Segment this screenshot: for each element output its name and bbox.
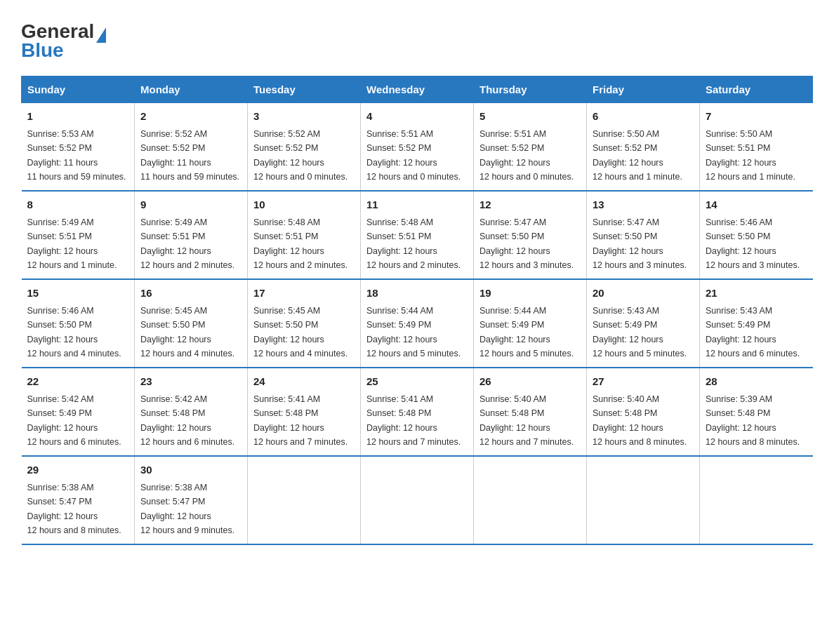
weekday-header-monday: Monday xyxy=(135,76,248,102)
calendar-week-row: 22 Sunrise: 5:42 AMSunset: 5:49 PMDaylig… xyxy=(22,368,813,456)
day-info: Sunrise: 5:46 AMSunset: 5:50 PMDaylight:… xyxy=(706,217,800,270)
calendar-day-cell: 22 Sunrise: 5:42 AMSunset: 5:49 PMDaylig… xyxy=(22,368,135,456)
calendar-day-cell xyxy=(587,456,700,544)
calendar-day-cell: 13 Sunrise: 5:47 AMSunset: 5:50 PMDaylig… xyxy=(587,191,700,279)
calendar-day-cell: 23 Sunrise: 5:42 AMSunset: 5:48 PMDaylig… xyxy=(135,368,248,456)
day-number: 14 xyxy=(706,197,807,213)
weekday-header-thursday: Thursday xyxy=(474,76,587,102)
day-number: 21 xyxy=(706,286,807,302)
day-info: Sunrise: 5:45 AMSunset: 5:50 PMDaylight:… xyxy=(253,306,348,358)
day-number: 26 xyxy=(479,374,581,390)
day-info: Sunrise: 5:51 AMSunset: 5:52 PMDaylight:… xyxy=(479,129,574,182)
day-number: 11 xyxy=(366,197,468,213)
day-number: 25 xyxy=(366,374,468,390)
day-number: 1 xyxy=(27,109,129,125)
calendar-day-cell: 18 Sunrise: 5:44 AMSunset: 5:49 PMDaylig… xyxy=(361,279,474,368)
calendar-week-row: 29 Sunrise: 5:38 AMSunset: 5:47 PMDaylig… xyxy=(22,456,813,544)
day-info: Sunrise: 5:44 AMSunset: 5:49 PMDaylight:… xyxy=(479,306,574,358)
day-info: Sunrise: 5:42 AMSunset: 5:48 PMDaylight:… xyxy=(140,394,234,447)
calendar-body: 1 Sunrise: 5:53 AMSunset: 5:52 PMDayligh… xyxy=(22,102,813,544)
calendar-day-cell: 25 Sunrise: 5:41 AMSunset: 5:48 PMDaylig… xyxy=(361,368,474,456)
day-number: 5 xyxy=(479,109,581,125)
calendar-day-cell: 2 Sunrise: 5:52 AMSunset: 5:52 PMDayligh… xyxy=(135,102,248,191)
calendar-day-cell: 20 Sunrise: 5:43 AMSunset: 5:49 PMDaylig… xyxy=(587,279,700,368)
calendar-day-cell: 17 Sunrise: 5:45 AMSunset: 5:50 PMDaylig… xyxy=(248,279,361,368)
day-info: Sunrise: 5:49 AMSunset: 5:51 PMDaylight:… xyxy=(140,217,234,270)
calendar-day-cell: 27 Sunrise: 5:40 AMSunset: 5:48 PMDaylig… xyxy=(587,368,700,456)
calendar-day-cell: 9 Sunrise: 5:49 AMSunset: 5:51 PMDayligh… xyxy=(135,191,248,279)
day-info: Sunrise: 5:40 AMSunset: 5:48 PMDaylight:… xyxy=(593,394,687,447)
page-header: General Blue xyxy=(21,14,813,62)
day-number: 9 xyxy=(140,197,241,213)
day-info: Sunrise: 5:41 AMSunset: 5:48 PMDaylight:… xyxy=(253,394,348,447)
calendar-day-cell xyxy=(474,456,587,544)
day-info: Sunrise: 5:53 AMSunset: 5:52 PMDaylight:… xyxy=(27,129,126,182)
day-number: 29 xyxy=(27,462,129,478)
calendar-day-cell: 3 Sunrise: 5:52 AMSunset: 5:52 PMDayligh… xyxy=(248,102,361,191)
day-number: 8 xyxy=(27,197,129,213)
calendar-day-cell: 5 Sunrise: 5:51 AMSunset: 5:52 PMDayligh… xyxy=(474,102,587,191)
day-number: 6 xyxy=(593,109,694,125)
weekday-header-tuesday: Tuesday xyxy=(248,76,361,102)
day-number: 20 xyxy=(593,286,694,302)
day-number: 7 xyxy=(706,109,807,125)
day-info: Sunrise: 5:48 AMSunset: 5:51 PMDaylight:… xyxy=(253,217,348,270)
day-number: 3 xyxy=(253,109,355,125)
calendar-day-cell: 4 Sunrise: 5:51 AMSunset: 5:52 PMDayligh… xyxy=(361,102,474,191)
calendar-day-cell: 6 Sunrise: 5:50 AMSunset: 5:52 PMDayligh… xyxy=(587,102,700,191)
calendar-day-cell: 10 Sunrise: 5:48 AMSunset: 5:51 PMDaylig… xyxy=(248,191,361,279)
day-info: Sunrise: 5:39 AMSunset: 5:48 PMDaylight:… xyxy=(706,394,800,447)
calendar-day-cell: 14 Sunrise: 5:46 AMSunset: 5:50 PMDaylig… xyxy=(700,191,813,279)
weekday-header-sunday: Sunday xyxy=(22,76,135,102)
day-number: 23 xyxy=(140,374,241,390)
calendar-week-row: 1 Sunrise: 5:53 AMSunset: 5:52 PMDayligh… xyxy=(22,102,813,191)
day-info: Sunrise: 5:51 AMSunset: 5:52 PMDaylight:… xyxy=(366,129,461,182)
calendar-week-row: 15 Sunrise: 5:46 AMSunset: 5:50 PMDaylig… xyxy=(22,279,813,368)
calendar-day-cell: 16 Sunrise: 5:45 AMSunset: 5:50 PMDaylig… xyxy=(135,279,248,368)
weekday-header-saturday: Saturday xyxy=(700,76,813,102)
calendar-day-cell: 24 Sunrise: 5:41 AMSunset: 5:48 PMDaylig… xyxy=(248,368,361,456)
day-info: Sunrise: 5:50 AMSunset: 5:51 PMDaylight:… xyxy=(706,129,795,182)
day-info: Sunrise: 5:41 AMSunset: 5:48 PMDaylight:… xyxy=(366,394,461,447)
day-number: 15 xyxy=(27,286,129,302)
day-number: 28 xyxy=(706,374,807,390)
day-number: 17 xyxy=(253,286,355,302)
calendar-day-cell: 7 Sunrise: 5:50 AMSunset: 5:51 PMDayligh… xyxy=(700,102,813,191)
calendar-week-row: 8 Sunrise: 5:49 AMSunset: 5:51 PMDayligh… xyxy=(22,191,813,279)
calendar-day-cell xyxy=(700,456,813,544)
calendar-day-cell: 19 Sunrise: 5:44 AMSunset: 5:49 PMDaylig… xyxy=(474,279,587,368)
calendar-day-cell: 28 Sunrise: 5:39 AMSunset: 5:48 PMDaylig… xyxy=(700,368,813,456)
day-info: Sunrise: 5:49 AMSunset: 5:51 PMDaylight:… xyxy=(27,217,117,270)
day-info: Sunrise: 5:46 AMSunset: 5:50 PMDaylight:… xyxy=(27,306,121,358)
logo-text-blue: Blue xyxy=(21,40,106,62)
day-info: Sunrise: 5:52 AMSunset: 5:52 PMDaylight:… xyxy=(253,129,348,182)
day-number: 16 xyxy=(140,286,241,302)
day-number: 12 xyxy=(479,197,581,213)
day-number: 2 xyxy=(140,109,241,125)
calendar-day-cell: 1 Sunrise: 5:53 AMSunset: 5:52 PMDayligh… xyxy=(22,102,135,191)
calendar-day-cell: 8 Sunrise: 5:49 AMSunset: 5:51 PMDayligh… xyxy=(22,191,135,279)
day-number: 19 xyxy=(479,286,581,302)
day-number: 13 xyxy=(593,197,694,213)
day-number: 27 xyxy=(593,374,694,390)
day-number: 10 xyxy=(253,197,355,213)
day-info: Sunrise: 5:50 AMSunset: 5:52 PMDaylight:… xyxy=(593,129,682,182)
day-info: Sunrise: 5:38 AMSunset: 5:47 PMDaylight:… xyxy=(27,483,121,535)
calendar-day-cell: 30 Sunrise: 5:38 AMSunset: 5:47 PMDaylig… xyxy=(135,456,248,544)
day-info: Sunrise: 5:43 AMSunset: 5:49 PMDaylight:… xyxy=(706,306,800,358)
day-info: Sunrise: 5:44 AMSunset: 5:49 PMDaylight:… xyxy=(366,306,461,358)
day-info: Sunrise: 5:48 AMSunset: 5:51 PMDaylight:… xyxy=(366,217,461,270)
day-number: 22 xyxy=(27,374,129,390)
weekday-header-friday: Friday xyxy=(587,76,700,102)
calendar-day-cell: 29 Sunrise: 5:38 AMSunset: 5:47 PMDaylig… xyxy=(22,456,135,544)
calendar-header: SundayMondayTuesdayWednesdayThursdayFrid… xyxy=(22,76,813,102)
calendar-day-cell xyxy=(248,456,361,544)
day-info: Sunrise: 5:45 AMSunset: 5:50 PMDaylight:… xyxy=(140,306,234,358)
day-info: Sunrise: 5:38 AMSunset: 5:47 PMDaylight:… xyxy=(140,483,234,535)
day-number: 18 xyxy=(366,286,468,302)
day-info: Sunrise: 5:47 AMSunset: 5:50 PMDaylight:… xyxy=(479,217,574,270)
calendar-day-cell: 21 Sunrise: 5:43 AMSunset: 5:49 PMDaylig… xyxy=(700,279,813,368)
calendar-day-cell: 12 Sunrise: 5:47 AMSunset: 5:50 PMDaylig… xyxy=(474,191,587,279)
day-info: Sunrise: 5:47 AMSunset: 5:50 PMDaylight:… xyxy=(593,217,687,270)
day-number: 30 xyxy=(140,462,241,478)
